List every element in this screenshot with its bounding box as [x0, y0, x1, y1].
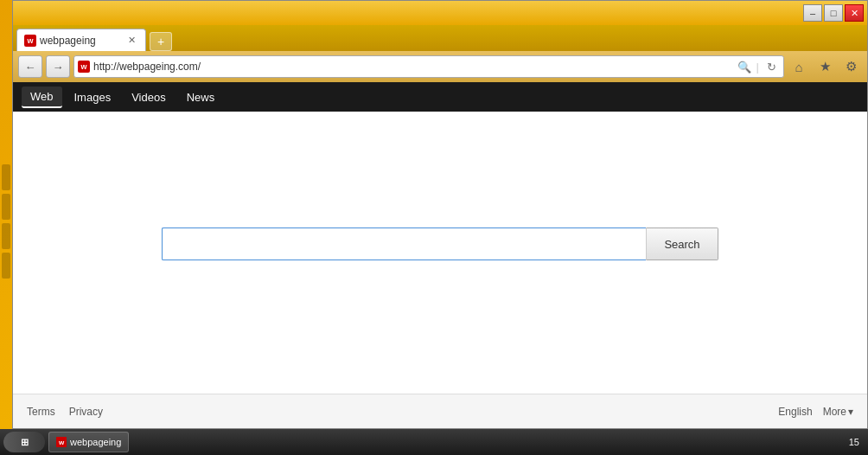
more-label: More: [823, 406, 846, 418]
footer-left-links: Terms Privacy: [27, 406, 103, 418]
new-tab-button[interactable]: +: [150, 32, 172, 51]
site-favicon: w: [78, 61, 90, 73]
browser-window: – □ ✕ w webpageing ✕ + ← → w 🔍 | ↻ ⌂ ★ ⚙: [12, 0, 868, 429]
home-button[interactable]: ⌂: [788, 55, 810, 78]
search-input[interactable]: [162, 228, 646, 260]
taskbar-browser-label: webpageing: [70, 437, 121, 447]
favorites-button[interactable]: ★: [814, 55, 836, 78]
forward-button[interactable]: →: [46, 55, 70, 78]
tab-bar: w webpageing ✕ +: [13, 25, 867, 51]
back-button[interactable]: ←: [18, 55, 42, 78]
nav-item-web[interactable]: Web: [22, 87, 62, 108]
privacy-link[interactable]: Privacy: [69, 406, 103, 418]
footer: Terms Privacy English More ▾: [13, 394, 867, 428]
taskbar-clock: 15: [849, 437, 859, 447]
taskbar-favicon: w: [56, 437, 67, 447]
left-edge: [0, 0, 12, 429]
search-section: Search: [162, 228, 718, 260]
edge-item-1: [2, 164, 10, 190]
title-bar-controls: – □ ✕: [803, 4, 864, 22]
refresh-button[interactable]: ↻: [763, 58, 780, 75]
nav-item-images[interactable]: Images: [66, 87, 120, 107]
language-selector[interactable]: English: [778, 406, 812, 418]
tools-button[interactable]: ⚙: [839, 55, 862, 78]
edge-item-2: [2, 194, 10, 220]
taskbar-start-button[interactable]: ⊞: [3, 432, 45, 452]
toolbar-icons: ⌂ ★ ⚙: [788, 55, 862, 78]
browser-tab-webpageing[interactable]: w webpageing ✕: [16, 29, 146, 51]
nav-menu: Web Images Videos News: [13, 82, 867, 112]
address-search-button[interactable]: 🔍: [736, 58, 753, 75]
title-bar: – □ ✕: [13, 1, 867, 25]
terms-link[interactable]: Terms: [27, 406, 55, 418]
taskbar-browser-button[interactable]: w webpageing: [48, 432, 129, 452]
edge-item-3: [2, 223, 10, 249]
tab-label: webpageing: [40, 35, 121, 47]
tab-favicon: w: [24, 35, 36, 47]
taskbar: ⊞ w webpageing 15: [0, 429, 868, 455]
footer-right: English More ▾: [778, 406, 853, 418]
more-arrow-icon: ▾: [848, 406, 853, 418]
maximize-button[interactable]: □: [824, 4, 843, 22]
nav-item-news[interactable]: News: [178, 87, 224, 107]
search-button[interactable]: Search: [646, 228, 718, 260]
close-button[interactable]: ✕: [845, 4, 864, 22]
search-row: Search: [162, 228, 718, 260]
tab-close-button[interactable]: ✕: [124, 34, 138, 48]
nav-item-videos[interactable]: Videos: [123, 87, 175, 107]
address-input[interactable]: [93, 61, 732, 73]
address-bar-area: ← → w 🔍 | ↻ ⌂ ★ ⚙: [13, 51, 867, 82]
content-area: Search Terms Privacy English More ▾: [13, 112, 867, 428]
address-bar-wrapper: w 🔍 | ↻: [73, 55, 784, 78]
edge-item-4: [2, 253, 10, 279]
more-button[interactable]: More ▾: [823, 406, 853, 418]
minimize-button[interactable]: –: [803, 4, 822, 22]
taskbar-right: 15: [849, 437, 865, 447]
